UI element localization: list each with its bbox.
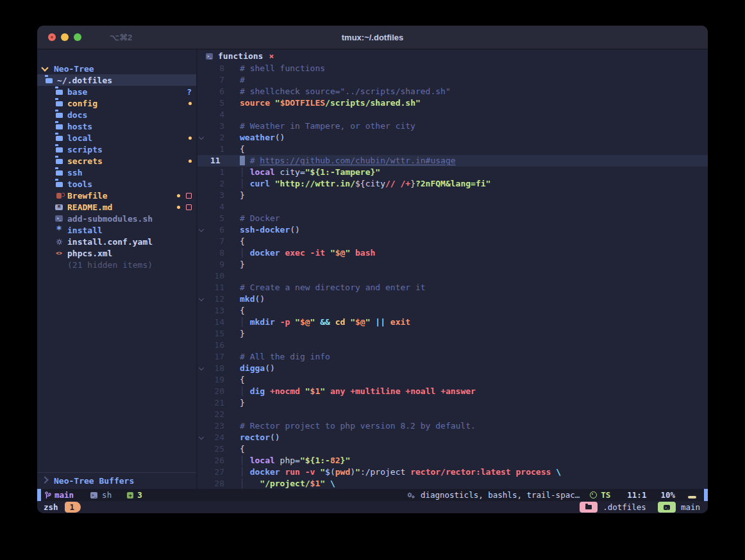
minimize-button[interactable]: [61, 33, 69, 41]
code-line[interactable]: 11 # https://github.com/chubin/wttr.in#u…: [197, 155, 708, 167]
code-line[interactable]: 6# shellcheck source="../scripts/shared.…: [197, 86, 708, 97]
line-text: [224, 409, 240, 420]
code-line[interactable]: 27│ docker run -v "$(pwd)":/project rect…: [197, 466, 708, 478]
code-line[interactable]: 25{: [197, 443, 708, 455]
tree-item[interactable]: scripts: [37, 144, 196, 155]
code-line[interactable]: 14│ mkdir -p "$@" && cd "$@" || exit: [197, 317, 708, 328]
folder-icon: [46, 78, 53, 83]
block-cursor: [240, 156, 245, 165]
code-line[interactable]: 15}: [197, 328, 708, 340]
tmux-path-badge: [580, 502, 598, 513]
line-text: │ "/project/$1" \: [224, 478, 335, 490]
code-line[interactable]: 13{: [197, 305, 708, 317]
code-line[interactable]: 1{: [197, 144, 708, 155]
git-unstaged-square-badge: [186, 193, 192, 199]
tree-item[interactable]: hosts: [37, 120, 196, 132]
line-number: 20: [205, 386, 224, 397]
line-text: │ mkdir -p "$@" && cd "$@" || exit: [224, 317, 410, 328]
code-line[interactable]: 10: [197, 270, 708, 282]
tree-item[interactable]: <>phpcs.xml: [37, 247, 196, 259]
code-line[interactable]: 7{: [197, 236, 708, 247]
fold-column: [197, 167, 205, 178]
tree-item[interactable]: (21 hidden items): [37, 259, 196, 270]
line-number: 26: [205, 455, 224, 466]
folder-icon: [56, 136, 63, 141]
code-line[interactable]: 3# Weather in Tampere, or other city: [197, 120, 708, 132]
xml-code-icon: <>: [55, 249, 63, 257]
neotree-buffers-header[interactable]: Neo-Tree Buffers: [37, 473, 196, 489]
line-number: 8: [205, 63, 224, 74]
fold-column: [197, 259, 205, 270]
folder-icon: [56, 90, 63, 95]
fold-column: [197, 293, 205, 305]
tree-item[interactable]: local: [37, 132, 196, 144]
code-line[interactable]: 20│ dig +nocmd "$1" any +multiline +noal…: [197, 386, 708, 397]
fold-column: [197, 328, 205, 340]
code-line[interactable]: 11# Create a new directory and enter it: [197, 282, 708, 293]
filetype-label: sh: [102, 490, 112, 500]
code-line[interactable]: 8# shell functions: [197, 63, 708, 74]
tree-item[interactable]: >_add-submodules.sh: [37, 213, 196, 224]
line-text: │ dig +nocmd "$1" any +multiline +noall …: [224, 386, 476, 397]
line-number: 27: [205, 466, 224, 478]
tree-item[interactable]: config: [37, 97, 196, 109]
git-added-indicator: + 3: [127, 490, 142, 500]
code-line[interactable]: 26│ local php="${1:-82}": [197, 455, 708, 466]
tree-item[interactable]: base?: [37, 86, 196, 97]
tab-close-icon[interactable]: ×: [269, 51, 274, 61]
code-line[interactable]: 9}: [197, 259, 708, 270]
tree-item[interactable]: docs: [37, 109, 196, 120]
code-line[interactable]: 4: [197, 201, 708, 213]
fold-chevron-icon: [199, 365, 204, 370]
tree-item[interactable]: ~/.dotfiles: [37, 74, 196, 86]
fold-column: [197, 443, 205, 455]
code-line[interactable]: 23# Rector project to php version 8.2 by…: [197, 420, 708, 432]
tree-item[interactable]: install.conf.yaml: [37, 236, 196, 247]
code-line[interactable]: 2weather(): [197, 132, 708, 144]
neotree-panel: Neo-Tree~/.dotfilesbase?configdocshostsl…: [37, 49, 197, 489]
code-line[interactable]: 3}: [197, 190, 708, 201]
line-text: source "$DOTFILES/scripts/shared.sh": [224, 97, 421, 109]
tmux-window-tab[interactable]: 1: [65, 502, 81, 513]
close-button[interactable]: [48, 33, 56, 41]
neotree-header[interactable]: Neo-Tree: [37, 63, 196, 74]
code-line[interactable]: 5source "$DOTFILES/scripts/shared.sh": [197, 97, 708, 109]
tree-item[interactable]: ssh: [37, 167, 196, 178]
code-line[interactable]: 28│ "/project/$1" \: [197, 478, 708, 490]
tree-item[interactable]: MREADME.md: [37, 201, 196, 213]
code-line[interactable]: 16: [197, 340, 708, 351]
line-text: [224, 340, 240, 351]
code-line[interactable]: 6ssh-docker(): [197, 224, 708, 236]
code-line[interactable]: 5# Docker: [197, 213, 708, 224]
line-number: 4: [205, 201, 224, 213]
brewfile-icon: [56, 193, 62, 199]
code-line[interactable]: 4: [197, 109, 708, 120]
tree-item[interactable]: Brewfile: [37, 190, 196, 201]
tree-item[interactable]: tools: [37, 178, 196, 190]
line-number: 6: [205, 224, 224, 236]
tree-item[interactable]: *install: [37, 224, 196, 236]
line-number: 3: [205, 120, 224, 132]
code-line[interactable]: 1│ local city="${1:-Tampere}": [197, 167, 708, 178]
code-line[interactable]: 21}: [197, 397, 708, 409]
code-line[interactable]: 18digga(): [197, 363, 708, 374]
buffer-tab-functions[interactable]: functions: [218, 51, 263, 61]
code-line[interactable]: 2│ curl "http://wttr.in/${city// /+}?2nF…: [197, 178, 708, 190]
folder-icon: [56, 113, 63, 118]
line-text: │ local php="${1:-82}": [224, 455, 350, 466]
line-text: # shell functions: [224, 63, 325, 74]
line-number: 1: [205, 144, 224, 155]
code-line[interactable]: 7#: [197, 74, 708, 86]
code-line[interactable]: 8│ docker exec -it "$@" bash: [197, 247, 708, 259]
tree-item[interactable]: secrets: [37, 155, 196, 167]
code-line[interactable]: 12mkd(): [197, 293, 708, 305]
line-number: 2: [205, 178, 224, 190]
traffic-lights: [48, 33, 81, 41]
code-line[interactable]: 24rector(): [197, 432, 708, 443]
code-line[interactable]: 22: [197, 409, 708, 420]
lsp-servers: diagnosticls, bashls, trail-spac…: [407, 490, 580, 500]
code-line[interactable]: 19{: [197, 374, 708, 386]
code-line[interactable]: 17# All the dig info: [197, 351, 708, 363]
zoom-button[interactable]: [74, 33, 81, 41]
editor-pane: >_ functions × 8# shell functions7#6# sh…: [197, 49, 708, 489]
